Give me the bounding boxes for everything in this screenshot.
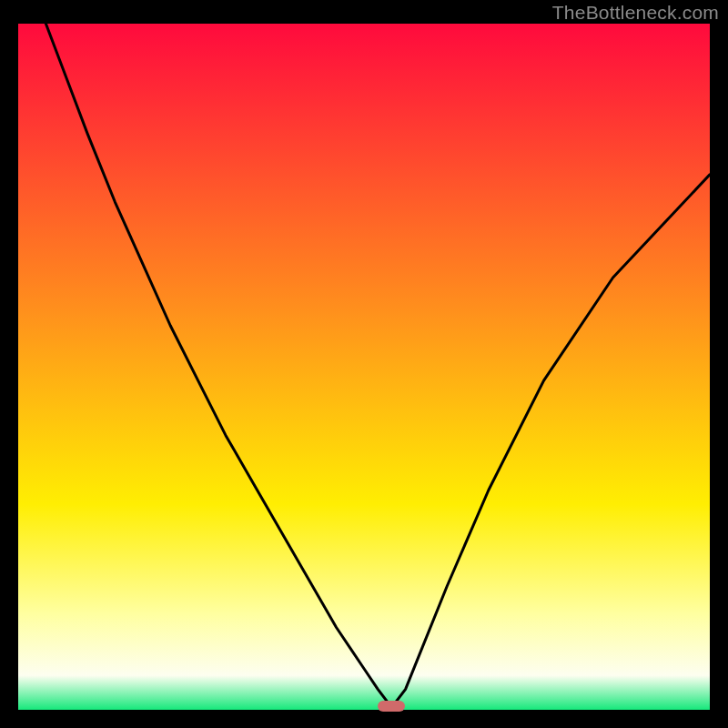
gradient-background — [18, 24, 710, 710]
watermark-text: TheBottleneck.com — [552, 2, 719, 24]
optimal-marker — [378, 701, 405, 712]
chart-frame: TheBottleneck.com — [0, 0, 728, 728]
plot-area — [18, 24, 710, 710]
plot-svg — [18, 24, 710, 710]
